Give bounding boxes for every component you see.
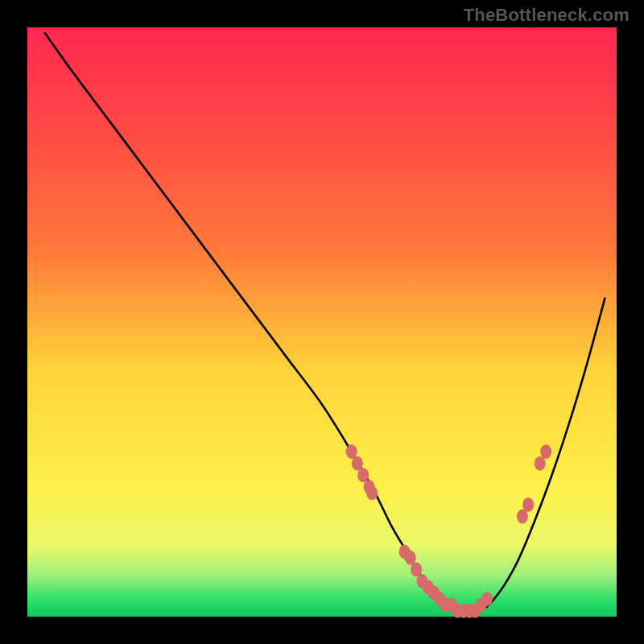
plot-area: [27, 27, 617, 617]
sample-point: [522, 497, 534, 512]
bottleneck-chart: [0, 0, 644, 644]
sample-point: [540, 444, 551, 459]
sample-point: [366, 485, 378, 500]
sample-point: [481, 592, 493, 606]
chart-stage: TheBottleneck.com: [0, 0, 644, 644]
